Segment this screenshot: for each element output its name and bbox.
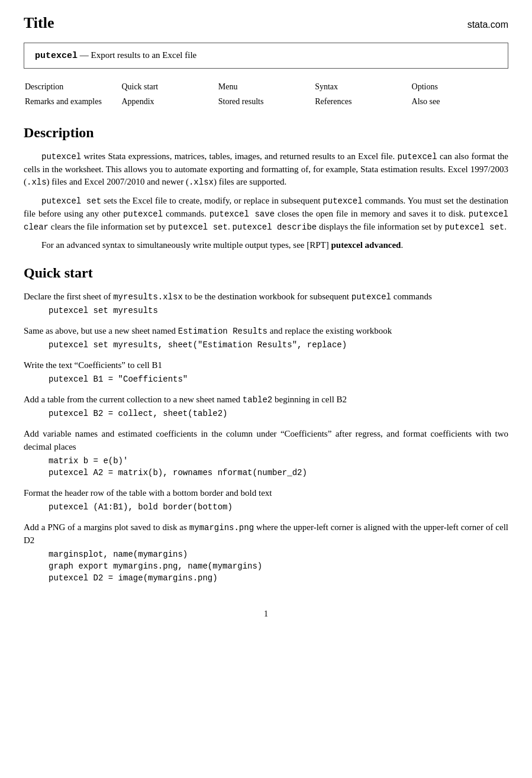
page-title: Title [24,12,54,34]
qs-code-4: putexcel B2 = collect, sheet(table2) [49,408,508,419]
qs-text-3: Write the text “Coefficients” to cell B1 [24,359,508,372]
nav-menu[interactable]: Menu [218,82,238,91]
page-number: 1 [24,608,508,620]
qs-code-line-5a: matrix b = e(b)' [49,455,508,467]
qs-code-5: matrix b = e(b)' putexcel A2 = matrix(b)… [49,455,508,479]
qs-text-4: Add a table from the current collection … [24,393,508,406]
putexcel-set-code-2: putexcel set [168,222,228,232]
qs-item-5: Add variable names and estimated coeffic… [24,428,508,479]
qs-text-1: Declare the first sheet of myresults.xls… [24,290,508,304]
putexcel-set-code-3: putexcel set [444,222,504,232]
qs-text-5: Add variable names and estimated coeffic… [24,428,508,454]
description-para2: putexcel set sets the Excel file to crea… [24,195,508,233]
advanced-link: putexcel advanced [331,240,401,250]
command-description: — Export results to an Excel file [78,50,196,60]
nav-quickstart[interactable]: Quick start [121,82,158,91]
xls-code: .xls [27,177,47,187]
qs-code-line-7c: putexcel D2 = image(mymargins.png) [49,572,508,584]
qs-code-line-3: putexcel B1 = "Coefficients" [49,373,508,385]
qs-code-line-4: putexcel B2 = collect, sheet(table2) [49,408,508,419]
qs-item-1: Declare the first sheet of myresults.xls… [24,290,508,317]
qs-code-line-7b: graph export mymargins.png, name(mymargi… [49,560,508,572]
advanced-note: For an advanced syntax to simultaneously… [24,239,508,252]
nav-appendix[interactable]: Appendix [121,97,154,106]
qs-code-inline-5: mymargins.png [189,523,254,532]
quickstart-section: Quick start Declare the first sheet of m… [24,263,508,585]
nav-table: Description Quick start Menu Syntax Opti… [24,79,508,109]
qs-code-line-2: putexcel set myresults, sheet("Estimatio… [49,339,508,351]
nav-syntax[interactable]: Syntax [315,82,338,91]
quickstart-heading: Quick start [24,263,508,285]
qs-code-6: putexcel (A1:B1), bold border(bottom) [49,501,508,513]
command-name: putexcel [35,51,78,61]
page-header: Title stata.com [24,12,508,34]
nav-stored[interactable]: Stored results [218,97,264,106]
qs-code-line-6: putexcel (A1:B1), bold border(bottom) [49,501,508,513]
qs-text-6: Format the header row of the table with … [24,487,508,500]
qs-item-4: Add a table from the current collection … [24,393,508,419]
nav-options[interactable]: Options [412,82,438,91]
putexcel-code-1: putexcel [41,152,81,162]
xlsx-code: .xlsx [189,177,214,187]
qs-code-line-5b: putexcel A2 = matrix(b), rownames nforma… [49,467,508,479]
putexcel-set-code: putexcel set [41,196,101,206]
qs-code-3: putexcel B1 = "Coefficients" [49,373,508,385]
putexcel-code-4: putexcel [123,209,163,219]
nav-references[interactable]: References [315,97,352,106]
qs-code-1: putexcel set myresults [49,305,508,317]
qs-item-6: Format the header row of the table with … [24,487,508,513]
qs-text-2: Same as above, but use a new sheet named… [24,325,508,338]
qs-item-7: Add a PNG of a margins plot saved to dis… [24,521,508,584]
qs-code-line-7a: marginsplot, name(mymargins) [49,548,508,560]
putexcel-code-3: putexcel [323,196,362,206]
qs-code-inline-1: myresults.xlsx [113,292,183,302]
domain-label: stata.com [467,18,508,31]
qs-code-inline-4: table2 [243,395,272,405]
putexcel-describe-code: putexcel describe [232,222,317,232]
qs-code-2: putexcel set myresults, sheet("Estimatio… [49,339,508,351]
qs-code-line-1: putexcel set myresults [49,305,508,317]
nav-alsosee[interactable]: Also see [412,97,440,106]
nav-remarks[interactable]: Remarks and examples [25,97,102,106]
putexcel-save-code: putexcel save [209,209,275,219]
qs-code-7: marginsplot, name(mymargins) graph expor… [49,548,508,585]
title-box: putexcel — Export results to an Excel fi… [24,43,508,69]
description-section: Description putexcel writes Stata expres… [24,122,508,252]
description-heading: Description [24,122,508,144]
qs-item-3: Write the text “Coefficients” to cell B1… [24,359,508,385]
qs-item-2: Same as above, but use a new sheet named… [24,325,508,351]
qs-text-7: Add a PNG of a margins plot saved to dis… [24,521,508,547]
qs-code-inline-3: Estimation Results [178,327,267,336]
putexcel-code-2: putexcel [397,152,437,162]
nav-description[interactable]: Description [25,82,63,91]
qs-code-inline-2: putexcel [352,292,391,302]
description-para1: putexcel writes Stata expressions, matri… [24,150,508,189]
